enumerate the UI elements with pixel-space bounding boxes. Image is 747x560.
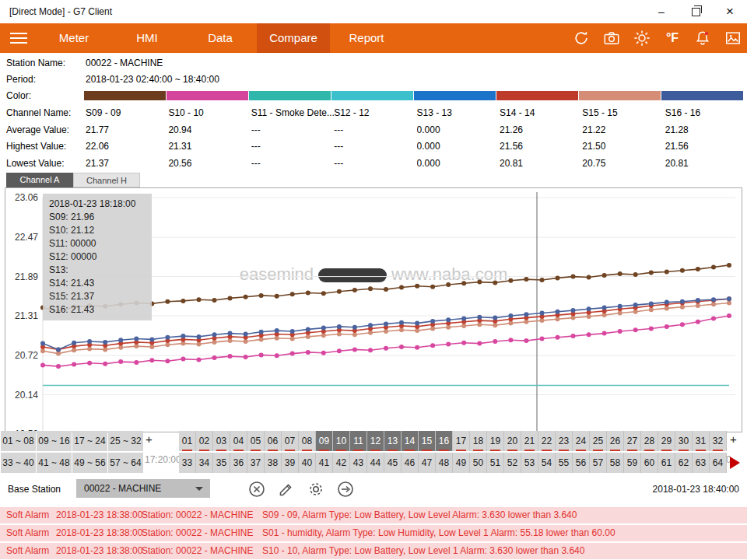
channel-number-30[interactable]: 30 [675,431,693,451]
channel-number-52[interactable]: 52 [504,453,521,473]
nav-tab-data[interactable]: Data [184,23,257,53]
channel-range-57-64[interactable]: 57 ~ 64 [108,453,143,473]
channel-number-11[interactable]: 11 [350,431,367,451]
channel-number-32[interactable]: 32 [710,431,727,451]
channel-number-28[interactable]: 28 [641,431,658,451]
channel-number-53[interactable]: 53 [521,453,538,473]
channel-number-29[interactable]: 29 [658,431,675,451]
nav-tab-meter[interactable]: Meter [37,23,110,53]
tab-channel-a[interactable]: Channel A [6,173,73,187]
channel-number-09[interactable]: 09 [316,431,333,451]
channel-number-61[interactable]: 61 [658,453,675,473]
channel-range-01-08[interactable]: 01 ~ 08 [1,431,36,451]
channel-number-26[interactable]: 26 [607,431,624,451]
apply-button[interactable] [336,480,355,499]
tab-channel-h[interactable]: Channel H [73,173,140,187]
channel-number-36[interactable]: 36 [230,453,247,473]
channel-number-02[interactable]: 02 [196,431,213,451]
channel-number-64[interactable]: 64 [710,453,727,473]
channel-number-08[interactable]: 08 [299,431,316,451]
channel-number-38[interactable]: 38 [265,453,282,473]
channel-number-03[interactable]: 03 [213,431,230,451]
nav-tab-compare[interactable]: Compare [257,23,330,53]
base-station-dropdown[interactable]: 00022 - MACHINE [76,479,210,498]
restore-button[interactable] [679,0,713,23]
channel-number-48[interactable]: 48 [436,453,453,473]
channel-number-46[interactable]: 46 [402,453,419,473]
channel-range-41-48[interactable]: 41 ~ 48 [37,453,72,473]
snapshot-icon[interactable] [724,29,742,47]
alarm-bell-icon[interactable] [693,29,712,47]
channel-number-54[interactable]: 54 [538,453,556,473]
trend-chart[interactable]: easemindwww.naba.com 23.0622.4721.8921.3… [5,187,742,432]
channel-number-15[interactable]: 15 [419,431,436,451]
next-page-arrow-icon[interactable] [730,457,740,469]
channel-range-49-56[interactable]: 49 ~ 56 [72,453,107,473]
channel-number-47[interactable]: 47 [419,453,436,473]
channel-number-04[interactable]: 04 [230,431,247,451]
channel-number-07[interactable]: 07 [282,431,299,451]
brightness-icon[interactable] [633,29,651,47]
channel-range-09-16[interactable]: 09 ~ 16 [37,431,72,451]
channel-number-10[interactable]: 10 [333,431,350,451]
temperature-unit-icon[interactable]: °F [663,29,682,47]
alarm-row[interactable]: Soft Alarm2018-01-23 18:38:00Station: 00… [0,525,747,541]
channel-number-62[interactable]: 62 [675,453,693,473]
channel-number-20[interactable]: 20 [504,431,521,451]
nav-tab-report[interactable]: Report [330,23,403,53]
edit-button[interactable] [277,480,296,499]
channel-number-14[interactable]: 14 [402,431,419,451]
channel-range-33-40[interactable]: 33 ~ 40 [1,453,36,473]
channel-number-18[interactable]: 18 [470,431,487,451]
channel-number-17[interactable]: 17 [453,431,470,451]
channel-number-35[interactable]: 35 [213,453,230,473]
channel-number-50[interactable]: 50 [470,453,487,473]
channel-number-34[interactable]: 34 [196,453,213,473]
channel-number-22[interactable]: 22 [538,431,556,451]
channel-range-25-32[interactable]: 25 ~ 32 [108,431,143,451]
nav-tab-hmi[interactable]: HMI [110,23,184,53]
camera-icon[interactable] [602,29,621,47]
channel-number-51[interactable]: 51 [487,453,504,473]
channel-number-43[interactable]: 43 [350,453,367,473]
channel-number-05[interactable]: 05 [247,431,265,451]
channel-number-27[interactable]: 27 [624,431,641,451]
alarm-row[interactable]: Soft Alarm2018-01-23 18:38:00Station: 00… [0,543,747,559]
channel-number-01[interactable]: 01 [179,431,196,451]
channel-number-25[interactable]: 25 [590,431,607,451]
menu-icon[interactable] [0,23,37,53]
minimize-button[interactable]: – [644,0,679,23]
channel-number-41[interactable]: 41 [316,453,333,473]
channel-number-39[interactable]: 39 [282,453,299,473]
channel-number-23[interactable]: 23 [556,431,573,451]
channel-number-58[interactable]: 58 [607,453,624,473]
channel-number-37[interactable]: 37 [247,453,265,473]
expand-numbers-button[interactable]: + [730,432,737,446]
channel-number-31[interactable]: 31 [693,431,710,451]
close-button[interactable]: × [713,0,747,23]
channel-number-60[interactable]: 60 [641,453,658,473]
channel-number-12[interactable]: 12 [367,431,384,451]
channel-number-57[interactable]: 57 [590,453,607,473]
alarm-row[interactable]: Soft Alarm2018-01-23 18:38:00Station: 00… [0,507,747,523]
channel-number-63[interactable]: 63 [693,453,710,473]
expand-ranges-button[interactable]: + [146,432,153,446]
refresh-icon[interactable] [572,29,591,47]
channel-number-49[interactable]: 49 [453,453,470,473]
channel-range-17-24[interactable]: 17 ~ 24 [72,431,107,451]
channel-number-33[interactable]: 33 [179,453,196,473]
clear-button[interactable] [247,480,266,499]
channel-number-24[interactable]: 24 [573,431,590,451]
channel-number-06[interactable]: 06 [265,431,282,451]
channel-number-19[interactable]: 19 [487,431,504,451]
channel-number-21[interactable]: 21 [521,431,538,451]
channel-number-13[interactable]: 13 [384,431,402,451]
channel-number-16[interactable]: 16 [436,431,453,451]
channel-number-40[interactable]: 40 [299,453,316,473]
channel-number-55[interactable]: 55 [556,453,573,473]
channel-number-56[interactable]: 56 [573,453,590,473]
channel-number-45[interactable]: 45 [384,453,402,473]
channel-number-42[interactable]: 42 [333,453,350,473]
channel-number-44[interactable]: 44 [367,453,384,473]
settings-button[interactable] [307,480,325,499]
